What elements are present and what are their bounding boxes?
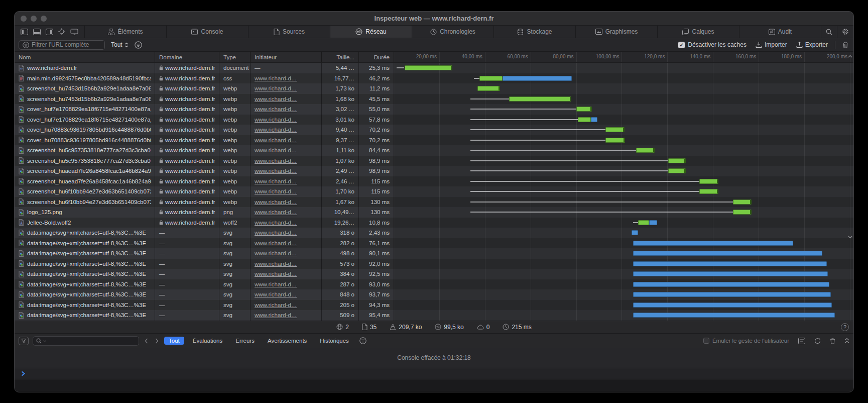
initiator-link[interactable]: www.richard-d… [255, 302, 297, 308]
initiator-link[interactable]: www.richard-d… [255, 250, 297, 256]
tab-layers[interactable]: Calques [658, 26, 739, 38]
previous-result-button[interactable] [143, 338, 150, 344]
console-drawer-icon[interactable] [798, 338, 805, 344]
table-row[interactable]: screenshot_huaead7fe26a8458fcac1a46b824a… [15, 166, 853, 176]
help-button[interactable]: ? [841, 323, 849, 331]
console-scope-logs[interactable]: Historiques [315, 337, 353, 345]
initiator-link[interactable]: www.richard-d… [255, 137, 297, 143]
resource-name-cell[interactable]: <>www.richard-dern.fr [15, 63, 155, 73]
resource-scope-select[interactable]: Tout [111, 41, 129, 48]
url-filter-input[interactable]: Filtrer l'URL complète [19, 40, 105, 50]
table-row[interactable]: data:image/svg+xml;charset=utf-8,%3C…%3E… [15, 289, 853, 300]
initiator-link[interactable]: www.richard-d… [255, 96, 297, 102]
initiator-link[interactable]: www.richard-d… [255, 271, 297, 277]
table-row[interactable]: screenshot_huaead7fe26a8458fcac1a46b824a… [15, 176, 853, 187]
clear-network-items-button[interactable] [842, 41, 848, 48]
console-filter-icon[interactable] [19, 337, 29, 345]
settings-gear-icon[interactable] [837, 26, 853, 38]
table-row[interactable]: data:image/svg+xml;charset=utf-8,%3C…%3E… [15, 269, 853, 279]
table-row[interactable]: data:image/svg+xml;charset=utf-8,%3C…%3E… [15, 310, 853, 321]
dock-bottom-icon[interactable] [33, 29, 41, 35]
resource-name-cell[interactable]: data:image/svg+xml;charset=utf-8,%3C…%3E [15, 310, 155, 321]
initiator-link[interactable]: www.richard-d… [255, 147, 297, 153]
table-row[interactable]: screenshot_hu5c957353818e777ca27d3c3cba0… [15, 145, 853, 156]
table-row[interactable]: cover_hu70883c936197805bd916c4488876d0b0… [15, 125, 853, 135]
tab-network[interactable]: Réseau [330, 26, 412, 38]
resource-name-cell[interactable]: data:image/svg+xml;charset=utf-8,%3C…%3E [15, 248, 155, 259]
column-header-size[interactable]: Taille... [322, 52, 359, 62]
console-filter-menu-icon[interactable] [359, 337, 366, 344]
initiator-link[interactable]: www.richard-d… [255, 281, 297, 287]
import-button[interactable]: Importer [756, 41, 787, 48]
expand-console-icon[interactable] [844, 338, 849, 344]
tab-graphics[interactable]: Graphismes [576, 26, 658, 38]
initiator-link[interactable]: www.richard-d… [255, 199, 297, 205]
emulate-user-gesture-checkbox[interactable]: Émuler le geste de l'utilisateur [703, 338, 789, 344]
initiator-link[interactable]: www.richard-d… [255, 220, 297, 226]
table-row[interactable]: <>www.richard-dern.frwww.richard-dern.fr… [15, 63, 853, 73]
initiator-link[interactable]: www.richard-d… [255, 127, 297, 133]
tab-storage[interactable]: Stockage [494, 26, 576, 38]
resource-name-cell[interactable]: data:image/svg+xml;charset=utf-8,%3C…%3E [15, 269, 155, 279]
table-row[interactable]: data:image/svg+xml;charset=utf-8,%3C…%3E… [15, 279, 853, 290]
table-row[interactable]: data:image/svg+xml;charset=utf-8,%3C…%3E… [15, 259, 853, 269]
resource-name-cell[interactable]: screenshot_hu6f10bb94e27e3d63b651409cb07… [15, 186, 155, 197]
initiator-link[interactable]: www.richard-d… [255, 312, 297, 318]
column-header-name[interactable]: Nom [15, 52, 155, 62]
resource-name-cell[interactable]: screenshot_hu6f10bb94e27e3d63b651409cb07… [15, 197, 155, 208]
console-scope-evaluations[interactable]: Évaluations [188, 337, 227, 345]
tab-timelines[interactable]: Chronologies [412, 26, 494, 38]
resource-name-cell[interactable]: cover_huf7e1708829ea18f6715e48271400e87a… [15, 104, 155, 115]
zoom-window-button[interactable] [41, 16, 47, 22]
initiator-link[interactable]: www.richard-d… [255, 209, 297, 215]
tab-elements[interactable]: Éléments [85, 26, 167, 38]
console-scope-errors[interactable]: Erreurs [231, 337, 259, 345]
table-row[interactable]: screenshot_hu6f10bb94e27e3d63b651409cb07… [15, 197, 853, 208]
console-scope-warnings[interactable]: Avertissements [263, 337, 311, 345]
filter-menu-icon[interactable] [135, 41, 142, 49]
initiator-link[interactable]: www.richard-d… [255, 291, 297, 297]
dock-left-icon[interactable] [21, 29, 28, 35]
inspector-search-button[interactable] [821, 26, 837, 38]
close-window-button[interactable] [21, 16, 27, 22]
initiator-link[interactable]: www.richard-d… [255, 178, 297, 184]
initiator-link[interactable]: www.richard-d… [255, 75, 297, 81]
resource-name-cell[interactable]: screenshot_hu7453d15b6b2a929e1adaa8e7a06… [15, 94, 155, 105]
minimize-window-button[interactable] [31, 16, 37, 22]
resource-name-cell[interactable]: screenshot_hu7453d15b6b2a929e1adaa8e7a06… [15, 83, 155, 94]
initiator-link[interactable]: www.richard-d… [255, 158, 297, 164]
table-row[interactable]: data:image/svg+xml;charset=utf-8,%3C…%3E… [15, 228, 853, 238]
initiator-link[interactable]: www.richard-d… [255, 106, 297, 112]
clear-console-trash-icon[interactable] [830, 338, 835, 344]
initiator-link[interactable]: www.richard-d… [255, 230, 297, 236]
resource-name-cell[interactable]: data:image/svg+xml;charset=utf-8,%3C…%3E [15, 228, 155, 238]
table-row[interactable]: screenshot_hu7453d15b6b2a929e1adaa8e7a06… [15, 83, 853, 94]
console-empty-area[interactable] [15, 379, 853, 392]
resource-name-cell[interactable]: cover_hu70883c936197805bd916c4488876d0b0… [15, 125, 155, 135]
resource-name-cell[interactable]: data:image/svg+xml;charset=utf-8,%3C…%3E [15, 300, 155, 311]
resource-name-cell[interactable]: logo_125.png [15, 207, 155, 218]
column-header-initiator[interactable]: Initiateur [251, 52, 322, 62]
table-row[interactable]: data:image/svg+xml;charset=utf-8,%3C…%3E… [15, 238, 853, 249]
disable-caches-checkbox[interactable]: ✓ Désactiver les caches [678, 41, 747, 48]
resource-name-cell[interactable]: data:image/svg+xml;charset=utf-8,%3C…%3E [15, 279, 155, 290]
table-row[interactable]: cover_huf7e1708829ea18f6715e48271400e87a… [15, 115, 853, 125]
initiator-link[interactable]: www.richard-d… [255, 168, 297, 174]
resource-name-cell[interactable]: AJellee-Bold.woff2 [15, 218, 155, 228]
column-header-type[interactable]: Type [219, 52, 251, 62]
initiator-link[interactable]: www.richard-d… [255, 240, 297, 246]
resource-name-cell[interactable]: cover_hu70883c936197805bd916c4488876d0b0… [15, 135, 155, 146]
table-row[interactable]: logo_125.pngwww.richard-dern.frpngwww.ri… [15, 207, 853, 218]
console-scope-all[interactable]: Tout [164, 337, 184, 345]
resource-name-cell[interactable]: screenshot_hu5c957353818e777ca27d3c3cba0… [15, 156, 155, 166]
export-button[interactable]: Exporter [796, 41, 828, 48]
tab-sources[interactable]: Sources [249, 26, 330, 38]
scroll-down-icon[interactable] [848, 236, 852, 239]
table-row[interactable]: screenshot_hu5c957353818e777ca27d3c3cba0… [15, 156, 853, 166]
resource-name-cell[interactable]: screenshot_huaead7fe26a8458fcac1a46b824a… [15, 176, 155, 187]
table-row[interactable]: screenshot_hu6f10bb94e27e3d63b651409cb07… [15, 186, 853, 197]
initiator-link[interactable]: www.richard-d… [255, 117, 297, 123]
tab-console[interactable]: Console [167, 26, 249, 38]
column-header-duration[interactable]: Durée [359, 52, 394, 62]
table-row[interactable]: AJellee-Bold.woff2www.richard-dern.frwof… [15, 218, 853, 228]
